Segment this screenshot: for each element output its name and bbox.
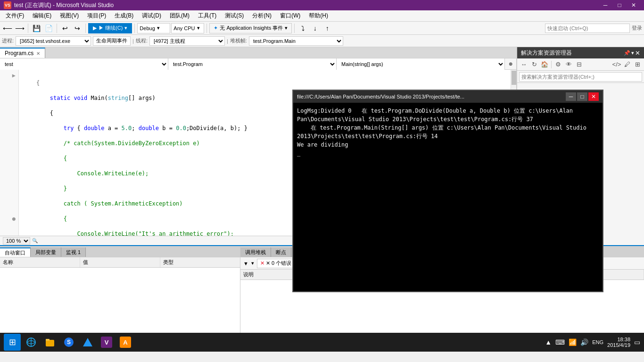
type-col-header[interactable]: 类型 [160, 257, 240, 267]
back-button[interactable]: ⟵ [2, 23, 13, 34]
console-window: file:///C:/Users/Alan Pan/Documents/Visu… [292, 90, 603, 292]
menu-item-h[interactable]: 帮助(H) [305, 11, 332, 21]
pin-button[interactable]: 📌 [624, 49, 630, 57]
scrollbar-thumb[interactable] [512, 71, 516, 85]
step-over-button[interactable]: ⤵ [297, 23, 308, 34]
forward-button[interactable]: ⟶ [14, 23, 25, 34]
menu-item-d[interactable]: 调试(D) [138, 11, 165, 21]
refresh-button[interactable]: ↻ [529, 60, 539, 69]
menu-item-b[interactable]: 生成(B) [111, 11, 137, 21]
redo-button[interactable]: ↪ [72, 23, 83, 34]
show-all-button[interactable]: 👁 [564, 60, 573, 69]
debug-mode-select[interactable]: Debug ▾ [137, 23, 170, 33]
properties-button[interactable]: ⚙ [553, 60, 563, 69]
expand-button[interactable]: ⊞ [633, 60, 642, 69]
method-select[interactable]: Main(string[] args) [337, 58, 505, 70]
close-panel-button[interactable]: ✕ [635, 49, 640, 57]
auto-tab[interactable]: 自动窗口 [0, 247, 31, 257]
insights-button[interactable]: ✦ 无 Application Insights 事件 ▾ [209, 23, 292, 33]
menu-item-f[interactable]: 文件(F) [2, 11, 28, 21]
volume-icon[interactable]: 🔊 [580, 338, 588, 346]
platform-select[interactable]: Any CPU ▾ [171, 23, 204, 33]
menu-item-v[interactable]: 视图(V) [56, 11, 83, 21]
dropdown-arrow: ▾ [124, 25, 127, 31]
step-into-button[interactable]: ↓ [309, 23, 321, 34]
keyboard-icon[interactable]: ⌨ [555, 338, 565, 346]
separator [551, 61, 552, 68]
sync-button[interactable]: ↔ [519, 60, 528, 69]
filter-button[interactable]: ⊟ [574, 60, 584, 69]
app-icon-3[interactable]: A [117, 334, 134, 351]
save-all-button[interactable]: 📄 [43, 23, 54, 34]
date: 2015/4/19 [607, 342, 630, 348]
filter-icon: ▼ [243, 261, 248, 266]
class-select[interactable]: test.Program [168, 58, 337, 70]
console-restore-button[interactable]: □ [577, 92, 587, 101]
auto-panel-tabs: 自动窗口 局部变量 监视 1 [0, 246, 240, 257]
show-desktop-button[interactable]: ▭ [634, 338, 640, 346]
home-button[interactable]: 🏠 [540, 60, 549, 69]
console-close-button[interactable]: ✕ [588, 92, 599, 101]
value-col-header[interactable]: 值 [80, 257, 160, 267]
namespace-select[interactable]: test [0, 58, 168, 70]
undo-button[interactable]: ↩ [59, 23, 71, 34]
menu-item-w[interactable]: 窗口(W) [276, 11, 304, 21]
step-out-button[interactable]: ↑ [322, 23, 333, 34]
console-minimize-button[interactable]: ─ [566, 92, 576, 101]
thread-label: 线程: [136, 37, 148, 44]
program-cs-tab[interactable]: Program.cs ✕ [0, 48, 45, 58]
code-button[interactable]: </> [612, 60, 621, 69]
solution-search-input[interactable] [519, 72, 642, 82]
separator: | [132, 38, 134, 44]
name-col-header[interactable]: 名称 [0, 257, 80, 267]
close-button[interactable]: ✕ [627, 0, 640, 10]
title-bar-controls: ─ □ ✕ [599, 0, 640, 10]
save-button[interactable]: 💾 [31, 23, 42, 34]
up-arrow-icon[interactable]: ▲ [545, 338, 552, 346]
expand-nav-button[interactable]: ⊕ [505, 58, 516, 70]
console-content[interactable]: LogMsg:Divided 0 在 test.Program.DoDivide… [293, 103, 603, 291]
error-filter-button[interactable]: ✕ ✕ 0 个错误 [257, 259, 295, 268]
menu-item-p[interactable]: 项目(P) [83, 11, 110, 21]
network-icon[interactable]: 📶 [569, 338, 577, 346]
code-nav-bar: test test.Program Main(string[] args) ⊕ [0, 58, 516, 70]
menu-item-m[interactable]: 团队(M) [166, 11, 193, 21]
thread-select[interactable]: [4972] 主线程 [149, 36, 225, 46]
app-icon-1[interactable]: S [60, 334, 77, 351]
solution-search [517, 71, 644, 83]
continue-button[interactable]: ▶ ▶ 继续(C) ▾ [88, 23, 132, 33]
code-line: { [23, 79, 507, 87]
zoom-select[interactable]: 100 % [3, 237, 30, 245]
app-icon-2[interactable] [79, 334, 96, 351]
taskbar-right: ▲ ⌨ 📶 🔊 ENG 18:38 2015/4/19 ▭ [545, 337, 640, 348]
ie-icon[interactable] [23, 334, 40, 351]
process-label: 进程: [2, 37, 14, 44]
minimize-button[interactable]: ─ [599, 0, 612, 10]
locals-tab[interactable]: 局部变量 [31, 247, 61, 257]
menu-item-n[interactable]: 分析(N) [248, 11, 275, 21]
watch-tab[interactable]: 监视 1 [61, 247, 86, 257]
zoom-icon: 🔍 [32, 238, 38, 243]
restore-button[interactable]: □ [613, 0, 626, 10]
menu-item-e[interactable]: 编辑(E) [29, 11, 55, 21]
taskbar: ⊞ S V A ▲ ⌨ 📶 🔊 ENG 18:38 2015/4/19 [0, 333, 644, 352]
designer-button[interactable]: 🖊 [622, 60, 632, 69]
quick-launch-input[interactable] [545, 24, 630, 33]
window-title: test (正在调试) - Microsoft Visual Studio [14, 1, 114, 9]
callstack-select[interactable]: test.Program.Main [249, 36, 343, 46]
breakpoints-tab[interactable]: 断点 [271, 247, 291, 257]
process-select[interactable]: [3652] test.vshost.exe [16, 36, 91, 46]
vs-taskbar-icon[interactable]: V [98, 334, 115, 351]
lifecycle-button[interactable]: 生命周期事件 [93, 36, 131, 46]
menu-item-s[interactable]: 测试(S) [221, 11, 248, 21]
explorer-icon[interactable] [41, 334, 58, 351]
user-label[interactable]: 登录 [632, 25, 642, 32]
menu-item-t[interactable]: 工具(T) [194, 11, 220, 21]
auto-table-header: 名称 值 类型 [0, 257, 240, 268]
callstack-tab[interactable]: 调用堆栈 [240, 247, 271, 257]
clock: 18:38 2015/4/19 [607, 337, 630, 348]
svg-text:A: A [123, 339, 128, 346]
arrow-down-button[interactable]: ▾ [631, 49, 634, 57]
start-button[interactable]: ⊞ [4, 334, 21, 351]
tab-close-button[interactable]: ✕ [36, 51, 40, 56]
